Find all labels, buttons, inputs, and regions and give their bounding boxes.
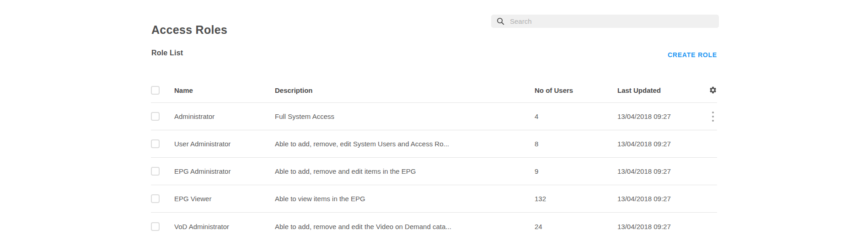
header-checkbox-cell [151,86,174,95]
create-role-button[interactable]: CREATE ROLE [668,51,717,59]
search-box [491,15,719,28]
search-icon [497,17,504,25]
role-description: Full System Access [275,112,535,120]
row-checkbox-cell [151,112,174,121]
access-roles-page: Access Roles Role List CREATE ROLE Name … [151,0,717,246]
row-actions-cell [708,192,717,206]
row-actions-cell [708,219,717,234]
table-row: VoD Administrator Able to add, remove an… [151,213,717,240]
row-checkbox-cell [151,139,174,148]
row-actions-cell [708,109,717,123]
row-actions-cell [708,137,717,151]
row-actions-cell [708,164,717,178]
column-header-name: Name [174,86,275,94]
role-description: Able to add, remove and edit items in th… [275,167,535,175]
page-title: Access Roles [151,23,227,37]
table-header-row: Name Description No of Users Last Update… [151,78,717,103]
role-last-updated: 13/04/2018 09:27 [617,223,708,230]
role-description: Able to view items in the EPG [275,195,535,203]
row-checkbox[interactable] [151,222,160,231]
role-name: EPG Viewer [174,195,275,203]
row-checkbox-cell [151,222,174,231]
header-actions-cell [708,86,717,94]
role-user-count: 9 [535,167,617,175]
row-checkbox-cell [151,194,174,203]
table-row: EPG Administrator Able to add, remove an… [151,158,717,185]
role-name: User Administrator [174,140,275,148]
row-checkbox-cell [151,167,174,176]
role-user-count: 132 [535,195,617,203]
column-header-updated: Last Updated [617,86,708,94]
gear-icon[interactable] [709,86,717,94]
row-checkbox[interactable] [151,139,160,148]
role-table: Name Description No of Users Last Update… [151,78,717,240]
role-last-updated: 13/04/2018 09:27 [617,112,708,120]
row-checkbox[interactable] [151,194,160,203]
column-header-description: Description [275,86,535,94]
role-last-updated: 13/04/2018 09:27 [617,140,708,148]
search-input[interactable] [509,17,713,26]
table-row: User Administrator Able to add, remove, … [151,130,717,158]
role-description: Able to add, remove and edit the Video o… [275,223,535,230]
row-checkbox[interactable] [151,112,160,121]
role-table-body: Administrator Full System Access 4 13/04… [151,103,717,240]
table-row: Administrator Full System Access 4 13/04… [151,103,717,130]
role-last-updated: 13/04/2018 09:27 [617,195,708,203]
role-last-updated: 13/04/2018 09:27 [617,167,708,175]
kebab-menu-icon[interactable] [709,109,717,123]
role-user-count: 24 [535,223,617,230]
role-name: EPG Administrator [174,167,275,175]
role-description: Able to add, remove, edit System Users a… [275,140,535,148]
role-user-count: 4 [535,112,617,120]
table-row: EPG Viewer Able to view items in the EPG… [151,185,717,213]
column-header-users: No of Users [535,86,617,94]
role-list-title: Role List [151,49,183,57]
role-name: Administrator [174,112,275,120]
role-name: VoD Administrator [174,223,275,230]
row-checkbox[interactable] [151,167,160,176]
select-all-checkbox[interactable] [151,86,160,95]
role-user-count: 8 [535,140,617,148]
